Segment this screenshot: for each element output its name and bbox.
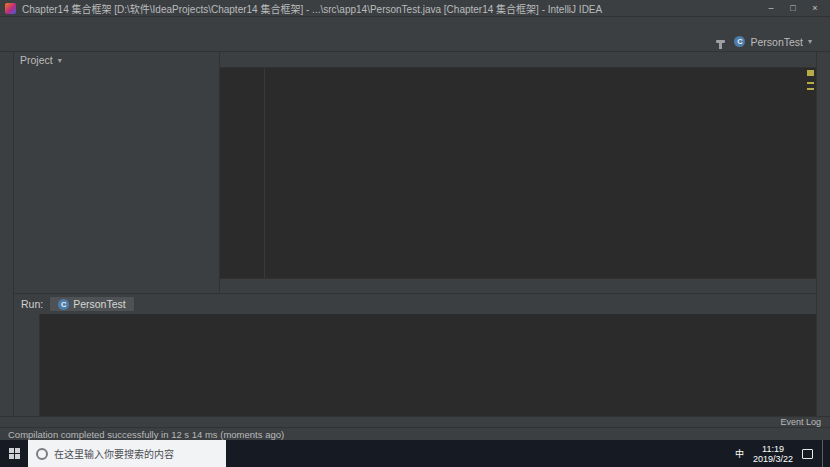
- scrollbar-change-marker: [807, 82, 814, 84]
- event-log-button[interactable]: Event Log: [776, 417, 825, 427]
- center-area: Project ▾: [14, 52, 816, 416]
- inspection-status-icon[interactable]: [807, 70, 814, 76]
- editor-tabs-bar: [220, 52, 816, 68]
- run-tool-window: Run: C PersonTest: [14, 293, 816, 416]
- run-panel-toolbar: [14, 314, 40, 416]
- windows-taskbar: 在这里输入你要搜索的内容 中 11:19 2019/3/22: [0, 440, 830, 467]
- project-tool-window: Project ▾: [14, 52, 220, 293]
- chevron-down-icon[interactable]: ▾: [58, 56, 62, 65]
- start-button[interactable]: [0, 440, 28, 467]
- workspace: Project ▾: [0, 52, 830, 416]
- event-log-label: Event Log: [780, 417, 821, 427]
- search-placeholder: 在这里输入你要搜索的内容: [54, 446, 174, 461]
- editor-tab-extras: [790, 52, 816, 67]
- show-desktop-button[interactable]: [822, 440, 827, 467]
- clock-time: 11:19: [753, 444, 793, 454]
- intellij-idea-window: { "palette": { "panel_bg": "#3c3f41", "e…: [0, 0, 830, 467]
- right-tool-stripe: [816, 52, 830, 416]
- build-hammer-icon[interactable]: [716, 40, 725, 43]
- toolbar-actions: C PersonTest ▾: [716, 36, 821, 48]
- window-controls: –□×: [761, 1, 825, 15]
- run-configuration-select[interactable]: C PersonTest ▾: [734, 36, 812, 48]
- project-panel-title[interactable]: Project: [20, 54, 53, 66]
- editor-area: [220, 52, 816, 293]
- code-editor[interactable]: [220, 68, 816, 278]
- main-toolbar: C PersonTest ▾: [0, 32, 830, 52]
- class-icon: C: [734, 36, 745, 47]
- run-content-tab-label: PersonTest: [73, 298, 126, 310]
- system-tray: 中 11:19 2019/3/22: [735, 440, 830, 467]
- menu-bar: [0, 17, 830, 32]
- run-panel-header: Run: C PersonTest: [14, 294, 816, 314]
- run-configuration-label: PersonTest: [750, 36, 803, 48]
- cortana-circle-icon: [36, 448, 48, 460]
- class-icon: C: [58, 299, 69, 310]
- clock-date: 2019/3/22: [753, 454, 793, 464]
- taskbar-clock[interactable]: 11:19 2019/3/22: [753, 444, 793, 464]
- run-panel-title: Run:: [21, 298, 43, 310]
- minimize-button[interactable]: –: [761, 1, 781, 15]
- intellij-logo-icon: [5, 3, 16, 14]
- project-tree: [14, 68, 219, 293]
- ime-indicator[interactable]: 中: [735, 447, 744, 460]
- run-console[interactable]: [40, 314, 816, 416]
- scrollbar-change-marker: [807, 88, 814, 90]
- editor-row: Project ▾: [14, 52, 816, 293]
- title-bar: Chapter14 集合框架 [D:\软件\IdeaProjects\Chapt…: [0, 0, 830, 17]
- left-tool-stripe: [0, 52, 14, 416]
- close-button[interactable]: ×: [805, 1, 825, 15]
- editor-breadcrumbs: [220, 278, 816, 293]
- taskbar-search-input[interactable]: 在这里输入你要搜索的内容: [28, 440, 226, 467]
- status-message[interactable]: Compilation completed successfully in 12…: [8, 429, 284, 440]
- windows-logo-icon: [9, 448, 20, 459]
- run-content-tab[interactable]: C PersonTest: [50, 297, 134, 311]
- action-center-icon[interactable]: [802, 449, 813, 459]
- project-panel-header: Project ▾: [14, 52, 219, 68]
- status-bar: Compilation completed successfully in 12…: [0, 427, 830, 440]
- window-title: Chapter14 集合框架 [D:\软件\IdeaProjects\Chapt…: [22, 1, 753, 16]
- chevron-down-icon: ▾: [808, 37, 812, 46]
- tool-window-bar: Event Log: [0, 416, 830, 427]
- maximize-button[interactable]: □: [783, 1, 803, 15]
- run-panel-body: [14, 314, 816, 416]
